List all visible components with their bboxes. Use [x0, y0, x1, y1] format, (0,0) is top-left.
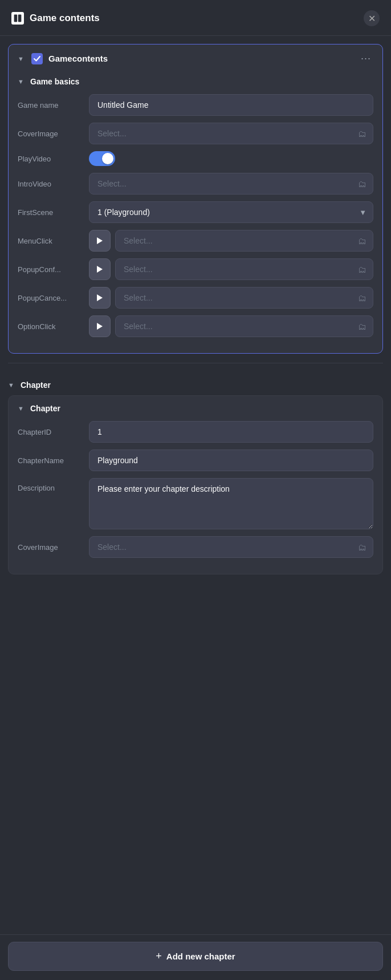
add-chapter-label: Add new chapter — [166, 951, 235, 961]
menu-click-file-wrapper: 🗂 — [115, 230, 373, 252]
chapter-id-input[interactable] — [89, 421, 373, 443]
panel: Game contents ✕ ▼ Gamecontents ··· ▼ Gam — [0, 0, 391, 980]
popup-conf-row: PopupConf... 🗂 — [18, 258, 373, 280]
cover-image-input[interactable] — [89, 123, 373, 144]
chapter-cover-image-input-wrapper: 🗂 — [89, 536, 373, 558]
play-video-toggle[interactable] — [89, 151, 115, 166]
chapter-card-body: ChapterID ChapterName Description Please… — [9, 421, 382, 574]
gamecontents-card-header[interactable]: ▼ Gamecontents ··· — [9, 44, 382, 72]
add-chapter-plus-icon: + — [156, 950, 162, 962]
more-options-button[interactable]: ··· — [359, 52, 373, 64]
popup-cance-row: PopupCance... 🗂 — [18, 287, 373, 309]
svg-marker-2 — [97, 237, 103, 244]
chapter-name-label: ChapterName — [18, 456, 83, 465]
chapter-cover-image-row: CoverImage 🗂 — [18, 536, 373, 558]
game-basics-chevron-icon: ▼ — [18, 78, 26, 85]
play-video-row: PlayVideo — [18, 151, 373, 166]
bottom-bar: + Add new chapter — [0, 934, 391, 980]
chapter-name-row: ChapterName — [18, 449, 373, 471]
chapter-id-row: ChapterID — [18, 421, 373, 443]
close-button[interactable]: ✕ — [364, 10, 380, 26]
popup-conf-label: PopupConf... — [18, 265, 83, 274]
game-name-label: Game name — [18, 101, 83, 110]
first-scene-select[interactable]: 1 (Playground) 2 3 — [89, 201, 373, 223]
game-basics-title: Game basics — [30, 77, 79, 86]
panel-body: ▼ Gamecontents ··· ▼ Game basics Game na… — [0, 36, 391, 934]
game-basics-header[interactable]: ▼ Game basics — [18, 72, 373, 94]
cover-image-row: CoverImage 🗂 — [18, 123, 373, 144]
gamecontents-checkbox-icon[interactable] — [31, 53, 43, 64]
popup-conf-play-button[interactable] — [89, 258, 111, 280]
chapter-inner-card: ▼ Chapter ChapterID ChapterName — [8, 395, 383, 574]
option-click-label: OptionClick — [18, 322, 83, 331]
game-name-input[interactable] — [89, 94, 373, 116]
description-row: Description Please enter your chapter de… — [18, 478, 373, 529]
option-click-row: OptionClick 🗂 — [18, 315, 373, 337]
intro-video-label: IntroVideo — [18, 180, 83, 188]
menu-click-play-button[interactable] — [89, 230, 111, 252]
popup-cance-label: PopupCance... — [18, 294, 83, 302]
chapter-outer-header[interactable]: ▼ Chapter — [8, 372, 383, 395]
option-click-input-wrapper: 🗂 — [89, 315, 373, 337]
first-scene-row: FirstScene 1 (Playground) 2 3 ▼ — [18, 201, 373, 223]
menu-click-input[interactable] — [115, 230, 373, 252]
chapter-outer-title: Chapter — [21, 380, 51, 390]
description-textarea[interactable]: Please enter your chapter description — [89, 478, 373, 529]
chapter-outer-section: ▼ Chapter ▼ Chapter ChapterID — [8, 372, 383, 574]
popup-cance-input-wrapper: 🗂 — [89, 287, 373, 309]
gamecontents-card: ▼ Gamecontents ··· ▼ Game basics Game na… — [8, 44, 383, 354]
svg-rect-0 — [14, 15, 18, 22]
menu-click-label: MenuClick — [18, 237, 83, 245]
chapter-outer-chevron-icon: ▼ — [8, 382, 16, 388]
gamecontents-title: Gamecontents — [48, 54, 353, 63]
description-label: Description — [18, 478, 83, 492]
popup-conf-file-wrapper: 🗂 — [115, 258, 373, 280]
book-icon — [11, 12, 24, 25]
cover-image-input-wrapper: 🗂 — [89, 123, 373, 144]
panel-header: Game contents ✕ — [0, 0, 391, 36]
svg-marker-5 — [97, 323, 103, 330]
game-name-row: Game name — [18, 94, 373, 116]
popup-conf-input[interactable] — [115, 258, 373, 280]
menu-click-input-wrapper: 🗂 — [89, 230, 373, 252]
popup-cance-file-wrapper: 🗂 — [115, 287, 373, 309]
game-basics-subsection: ▼ Game basics Game name CoverImage 🗂 — [9, 72, 382, 353]
popup-conf-input-wrapper: 🗂 — [89, 258, 373, 280]
chapter-name-input[interactable] — [89, 449, 373, 471]
option-click-input[interactable] — [115, 315, 373, 337]
intro-video-input-wrapper: 🗂 — [89, 173, 373, 195]
popup-cance-input[interactable] — [115, 287, 373, 309]
cover-image-label: CoverImage — [18, 129, 83, 138]
first-scene-label: FirstScene — [18, 208, 83, 217]
toggle-knob — [102, 153, 113, 164]
panel-title: Game contents — [30, 13, 358, 24]
intro-video-input[interactable] — [89, 173, 373, 195]
chapter-cover-image-label: CoverImage — [18, 543, 83, 552]
chapter-inner-card-header[interactable]: ▼ Chapter — [9, 396, 382, 421]
intro-video-row: IntroVideo 🗂 — [18, 173, 373, 195]
first-scene-select-wrapper: 1 (Playground) 2 3 ▼ — [89, 201, 373, 223]
option-click-file-wrapper: 🗂 — [115, 315, 373, 337]
chapter-inner-chevron-icon: ▼ — [18, 405, 26, 412]
svg-marker-4 — [97, 294, 103, 301]
svg-rect-1 — [18, 15, 22, 22]
chapter-cover-image-input[interactable] — [89, 536, 373, 558]
gamecontents-chevron-icon: ▼ — [18, 55, 26, 62]
option-click-play-button[interactable] — [89, 315, 111, 337]
menu-click-row: MenuClick 🗂 — [18, 230, 373, 252]
chapter-id-label: ChapterID — [18, 428, 83, 436]
svg-marker-3 — [97, 266, 103, 273]
play-video-label: PlayVideo — [18, 155, 83, 163]
popup-cance-play-button[interactable] — [89, 287, 111, 309]
chapter-inner-title: Chapter — [30, 404, 60, 413]
add-chapter-button[interactable]: + Add new chapter — [8, 942, 383, 971]
section-divider — [8, 363, 383, 363]
